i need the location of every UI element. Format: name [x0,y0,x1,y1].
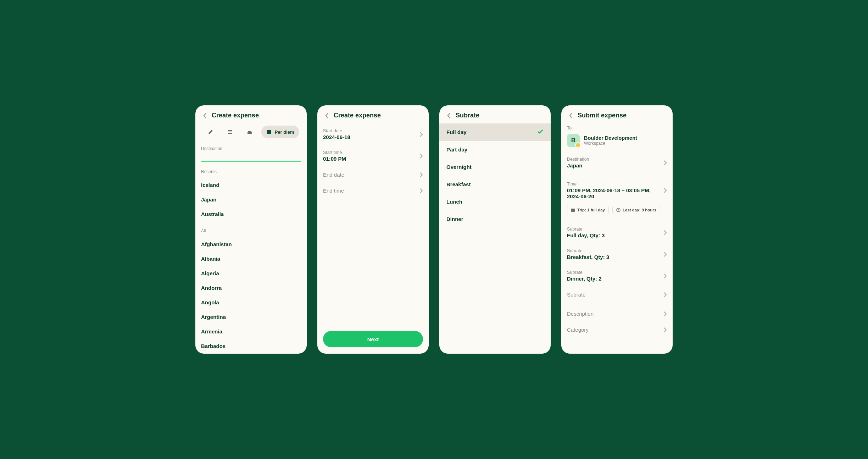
subrate-row[interactable]: Subrate Breakfast, Qty: 3 [567,243,667,265]
row-label: End time [323,188,419,194]
chevron-right-icon [663,292,667,298]
chevron-right-icon [663,188,667,193]
category-row[interactable]: Category [567,322,667,338]
subrate-option-lunch[interactable]: Lunch [439,193,551,210]
divider [567,175,667,175]
chevron-right-icon [663,273,667,279]
chevron-right-icon [663,327,667,333]
chevron-right-icon [419,188,423,194]
next-button[interactable]: Next [323,331,423,347]
svg-rect-2 [228,133,232,134]
row-label: Subrate [567,227,663,232]
row-label: Subrate [567,270,663,275]
header: Create expense [195,105,307,123]
subrate-option-breakfast[interactable]: Breakfast [439,176,551,193]
page-title: Subrate [456,112,479,119]
divider [567,220,667,220]
screen-dates: Create expense Start date 2024-06-18 Sta… [317,105,429,354]
svg-rect-5 [571,209,575,212]
subrate-option-dinner[interactable]: Dinner [439,210,551,228]
destination-input[interactable] [201,151,301,162]
svg-rect-1 [228,132,232,132]
destination-row[interactable]: Destination Japan [567,152,667,173]
expense-type-tabs: Per diem [201,123,301,143]
back-button[interactable] [567,112,574,119]
row-label: Destination [567,157,663,162]
country-item[interactable]: Albania [201,251,301,266]
subrate-option-full-day[interactable]: Full day [439,123,551,141]
calendar-icon [266,129,272,135]
row-value: Japan [567,162,663,168]
country-item[interactable]: Armenia [201,324,301,339]
calendar-icon [571,208,575,212]
country-item[interactable]: Afghanistan [201,237,301,251]
chevron-right-icon [419,132,423,137]
country-item[interactable]: Australia [201,207,301,221]
end-date-row[interactable]: End date [323,167,423,183]
time-row[interactable]: Time 01:09 PM, 2024-06-18 – 03:05 PM, 20… [567,177,667,204]
row-value: 2024-06-18 [323,134,419,140]
country-item[interactable]: Andorra [201,281,301,295]
end-time-row[interactable]: End time [323,183,423,199]
chevron-right-icon [419,172,423,178]
row-value: Dinner, Qty: 2 [567,276,663,282]
destination-label: Destination [201,146,301,151]
subrate-row[interactable]: Subrate Dinner, Qty: 2 [567,265,667,287]
country-item[interactable]: Algeria [201,266,301,281]
row-label: End date [323,172,419,178]
divider [567,304,667,304]
row-label: Category [567,327,589,333]
page-title: Create expense [212,112,259,119]
workspace-name: Boulder Development [584,135,637,141]
subrate-add-row[interactable]: Subrate [567,287,667,303]
row-label: Time [567,182,663,187]
description-row[interactable]: Description [567,306,667,322]
back-button[interactable] [445,112,452,119]
last-day-chip: Last day: 9 hours [612,206,660,214]
row-label: Description [567,311,594,317]
tab-per-diem[interactable]: Per diem [261,126,299,138]
chevron-right-icon [663,251,667,257]
all-header: All [201,228,301,233]
country-item[interactable]: Iceland [201,178,301,192]
chevron-left-icon [325,112,329,119]
option-label: Part day [446,146,467,153]
clock-icon [616,208,621,212]
option-label: Lunch [446,199,462,205]
option-label: Dinner [446,216,463,222]
start-date-row[interactable]: Start date 2024-06-18 [323,123,423,145]
chevron-right-icon [663,311,667,317]
time-chips: Trip: 1 full day Last day: 9 hours [567,204,667,219]
check-icon [537,129,544,135]
subrate-row[interactable]: Subrate Full day, Qty: 3 [567,222,667,243]
receipt-icon [227,129,233,135]
header: Create expense [317,105,429,123]
tab-label: Per diem [275,129,294,135]
option-label: Full day [446,129,467,135]
back-button[interactable] [323,112,330,119]
subrate-option-overnight[interactable]: Overnight [439,158,551,176]
back-button[interactable] [201,112,208,119]
workspace-row[interactable]: B Boulder Development Workspace [567,131,667,152]
row-value: 01:09 PM [323,156,419,162]
country-item[interactable]: Argentina [201,310,301,324]
option-label: Breakfast [446,181,471,187]
chevron-right-icon [663,230,667,236]
row-value: 01:09 PM, 2024-06-18 – 03:05 PM, 2024-06… [567,187,663,199]
country-item[interactable]: Japan [201,192,301,207]
start-time-row[interactable]: Start time 01:09 PM [323,145,423,167]
tab-distance[interactable] [242,126,257,138]
subrate-option-part-day[interactable]: Part day [439,141,551,158]
row-value: Full day, Qty: 3 [567,232,663,238]
option-label: Overnight [446,164,472,170]
chevron-right-icon [663,160,667,166]
tab-scan[interactable] [222,126,238,138]
header: Submit expense [561,105,673,123]
country-item[interactable]: Barbados [201,339,301,353]
svg-rect-4 [267,130,271,131]
workspace-sublabel: Workspace [584,141,637,146]
screen-submit: Submit expense To B Boulder Development … [561,105,673,354]
country-item[interactable]: Angola [201,295,301,310]
recents-header: Recents [201,169,301,174]
tab-manual[interactable] [203,126,218,138]
